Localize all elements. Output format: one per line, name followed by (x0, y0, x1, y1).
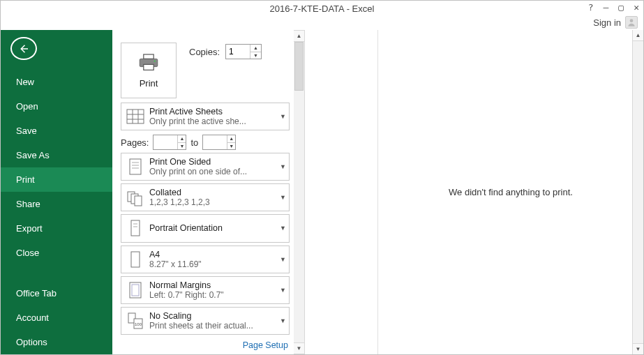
print-settings-panel: Print Copies: ▲ ▼ (112, 30, 294, 354)
sidebar-item-share[interactable]: Share (1, 192, 112, 216)
chevron-down-icon: ▼ (280, 113, 286, 120)
option-paper-size[interactable]: A4 8.27" x 11.69" ▼ (121, 246, 290, 273)
opt-sub: Only print the active she... (149, 116, 277, 126)
preview-scrollbar[interactable]: ▲ ▼ (632, 30, 643, 354)
option-orientation[interactable]: Portrait Orientation ▼ (121, 214, 290, 242)
scroll-up-button[interactable]: ▲ (294, 31, 304, 42)
option-sided[interactable]: Print One Sided Only print on one side o… (121, 153, 290, 181)
svg-rect-16 (135, 196, 142, 206)
chevron-down-icon: ▼ (280, 194, 286, 201)
printer-icon (137, 53, 160, 73)
sidebar-item-close[interactable]: Close (1, 241, 112, 265)
page-single-icon (126, 156, 145, 177)
svg-text:100: 100 (135, 322, 142, 326)
opt-title: Print Active Sheets (149, 107, 277, 116)
preview-scroll-down[interactable]: ▼ (633, 343, 643, 354)
app-window: 2016-7-KTE-DATA - Excel ? — ▢ ✕ Sign in … (0, 0, 644, 355)
paper-icon (126, 249, 145, 270)
option-print-range[interactable]: Print Active Sheets Only print the activ… (121, 103, 290, 130)
window-title: 2016-7-KTE-DATA - Excel (1, 3, 643, 14)
print-preview-area: We didn't find anything to print. ▲ ▼ (377, 30, 643, 354)
print-button-label: Print (140, 78, 158, 89)
back-button[interactable] (10, 37, 37, 60)
svg-point-0 (630, 19, 634, 22)
chevron-down-icon: ▼ (280, 256, 286, 263)
restore-button[interactable]: ▢ (618, 2, 624, 13)
pages-to-spinner[interactable]: ▲▼ (202, 135, 236, 150)
pages-from-input[interactable] (153, 135, 177, 149)
print-top-row: Print Copies: ▲ ▼ (121, 43, 290, 98)
close-button[interactable]: ✕ (634, 2, 639, 13)
print-settings-wrap: Print Copies: ▲ ▼ (112, 30, 377, 354)
margins-icon (126, 280, 145, 301)
minimize-button[interactable]: — (604, 2, 609, 13)
page-setup-link[interactable]: Page Setup (121, 338, 290, 350)
chevron-down-icon: ▼ (280, 163, 286, 170)
scroll-thumb[interactable] (294, 42, 304, 91)
svg-rect-17 (131, 220, 140, 236)
signin-area[interactable]: Sign in (593, 16, 638, 29)
preview-scroll-up[interactable]: ▲ (633, 30, 643, 41)
sidebar-item-save-as[interactable]: Save As (1, 143, 112, 167)
sidebar-item-open[interactable]: Open (1, 94, 112, 119)
copies-down[interactable]: ▼ (250, 52, 261, 59)
pages-row: Pages: ▲▼ to ▲▼ (121, 135, 290, 150)
sheets-icon (126, 106, 145, 127)
sidebar-item-print[interactable]: Print (1, 167, 112, 192)
signin-label: Sign in (593, 17, 621, 28)
chevron-down-icon: ▼ (280, 317, 286, 324)
user-avatar-icon (625, 16, 638, 29)
option-scaling[interactable]: 100 No Scaling Print sheets at their act… (121, 307, 290, 335)
chevron-down-icon: ▼ (280, 287, 286, 294)
option-margins[interactable]: Normal Margins Left: 0.7" Right: 0.7" ▼ (121, 276, 290, 304)
scroll-down-button[interactable]: ▼ (294, 342, 304, 354)
copies-input[interactable] (226, 45, 250, 59)
svg-rect-10 (130, 159, 141, 174)
sidebar-item-office-tab[interactable]: Office Tab (1, 281, 112, 305)
svg-rect-5 (127, 109, 144, 123)
collated-icon (126, 187, 145, 208)
option-collated[interactable]: Collated 1,2,3 1,2,3 1,2,3 ▼ (121, 183, 290, 211)
print-button[interactable]: Print (121, 43, 177, 98)
pages-from-spinner[interactable]: ▲▼ (153, 135, 186, 150)
help-icon[interactable]: ? (588, 2, 594, 13)
copies-row: Copies: ▲ ▼ (189, 44, 262, 59)
sidebar-item-save[interactable]: Save (1, 119, 112, 143)
sidebar-item-account[interactable]: Account (1, 305, 112, 330)
svg-rect-22 (132, 285, 139, 296)
body: New Open Save Save As Print Share Export… (1, 30, 643, 354)
sidebar-item-new[interactable]: New (1, 70, 112, 94)
svg-rect-3 (144, 64, 153, 70)
backstage-sidebar: New Open Save Save As Print Share Export… (1, 30, 112, 354)
scroll-track[interactable] (294, 42, 304, 342)
svg-point-4 (154, 60, 156, 61)
copies-label: Copies: (189, 47, 220, 57)
window-controls: ? — ▢ ✕ (588, 2, 639, 13)
scaling-icon: 100 (126, 310, 145, 331)
title-bar: 2016-7-KTE-DATA - Excel ? — ▢ ✕ Sign in (1, 1, 643, 30)
sidebar-item-options[interactable]: Options (1, 330, 112, 354)
pages-to-label: to (190, 137, 198, 148)
svg-rect-1 (144, 54, 153, 59)
chevron-down-icon: ▼ (280, 225, 286, 232)
pages-label: Pages: (121, 137, 149, 148)
preview-message: We didn't find anything to print. (449, 187, 573, 197)
settings-scrollbar[interactable]: ▲ ▼ (294, 30, 305, 354)
portrait-icon (126, 218, 145, 239)
pages-to-input[interactable] (203, 135, 227, 149)
copies-spinner[interactable]: ▲ ▼ (225, 44, 262, 59)
sidebar-item-export[interactable]: Export (1, 216, 112, 241)
svg-rect-20 (131, 252, 140, 267)
copies-up[interactable]: ▲ (250, 45, 261, 52)
